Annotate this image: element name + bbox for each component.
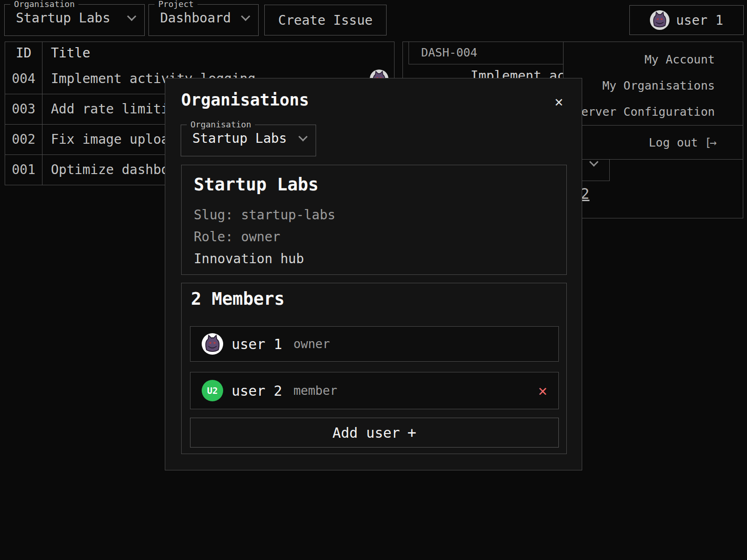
organisations-modal: Organisations ✕ Organisation Startup Lab… — [165, 78, 582, 470]
add-user-label: Add user — [332, 425, 400, 441]
remove-icon: ✕ — [538, 382, 547, 399]
table-header-row: ID Title — [5, 42, 394, 64]
close-icon: ✕ — [555, 93, 563, 110]
plus-icon: + — [408, 424, 416, 441]
menu-item-my-organisations[interactable]: My Organisations — [564, 73, 743, 99]
chevron-down-icon — [127, 12, 136, 21]
modal-close-button[interactable]: ✕ — [547, 90, 571, 113]
chevron-down-icon — [298, 132, 308, 141]
logout-icon: [→ — [705, 136, 715, 149]
modal-title: Organisations — [181, 91, 309, 109]
member-row: user 1 owner — [190, 326, 559, 362]
members-heading: 2 Members — [191, 289, 284, 309]
member-role: member — [293, 384, 337, 398]
create-issue-button[interactable]: Create Issue — [264, 5, 387, 35]
member-avatar — [202, 333, 223, 355]
create-issue-label: Create Issue — [278, 13, 373, 28]
modal-organisation-select-label: Organisation — [187, 120, 255, 129]
logout-label: Log out — [649, 136, 698, 149]
member-name: user 2 — [232, 383, 282, 399]
organisation-select-value: Startup Labs — [16, 10, 110, 26]
project-select-label: Project — [155, 0, 197, 8]
issue-id: 004 — [5, 64, 42, 94]
issue-id: 001 — [5, 155, 42, 185]
app-window: Organisation Startup Labs Project Dashbo… — [0, 0, 747, 560]
project-select[interactable]: Project Dashboard — [148, 0, 259, 36]
member-avatar-initials: U2 — [202, 380, 223, 401]
organisation-role: Role: owner — [194, 226, 554, 248]
organisation-name: Startup Labs — [194, 175, 554, 195]
member-name: user 1 — [232, 336, 282, 352]
user-avatar — [650, 10, 669, 30]
menu-item-server-configuration[interactable]: Server Configuration — [564, 99, 743, 125]
remove-member-button[interactable]: ✕ — [538, 382, 547, 399]
organisation-select[interactable]: Organisation Startup Labs — [4, 0, 145, 36]
member-row: U2 user 2 member ✕ — [190, 372, 559, 409]
issue-id: 002 — [5, 125, 42, 154]
member-role: owner — [293, 337, 330, 351]
menu-item-my-account[interactable]: My Account — [564, 47, 743, 73]
add-user-button[interactable]: Add user + — [190, 418, 559, 448]
organisation-card: Startup Labs Slug: startup-labs Role: ow… — [181, 165, 567, 275]
organisation-description: Innovation hub — [194, 248, 554, 270]
organisation-select-label: Organisation — [10, 0, 78, 8]
user-menu: My Account My Organisations Server Confi… — [563, 42, 743, 160]
issue-id: 003 — [5, 94, 42, 124]
modal-organisation-select[interactable]: Organisation Startup Labs — [181, 120, 316, 156]
modal-organisation-select-value: Startup Labs — [192, 131, 287, 146]
project-select-value: Dashboard — [160, 10, 231, 26]
members-section: 2 Members user 1 owner U2 user 2 — [181, 283, 567, 454]
user-menu-button[interactable]: user 1 — [629, 5, 744, 35]
column-header-id: ID — [5, 42, 42, 64]
organisation-slug: Slug: startup-labs — [194, 204, 554, 226]
chevron-down-icon — [241, 12, 250, 21]
menu-item-log-out[interactable]: Log out [→ — [564, 126, 743, 160]
column-header-title: Title — [42, 42, 394, 64]
user-chip-label: user 1 — [676, 13, 723, 28]
